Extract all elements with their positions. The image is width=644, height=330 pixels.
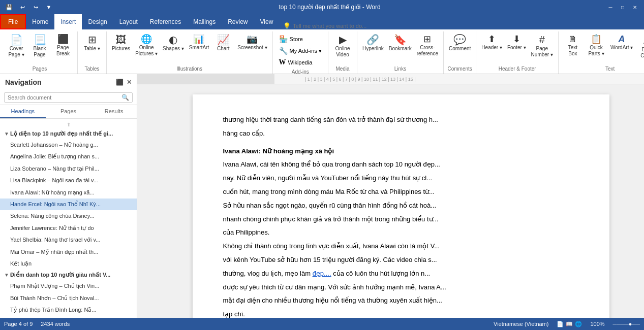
blank-page-button[interactable]: 📃 BlankPage — [28, 34, 51, 59]
print-layout-icon[interactable]: 📄 — [557, 321, 564, 327]
close-button[interactable]: ✕ — [630, 2, 640, 12]
undo-button[interactable]: ↩ — [17, 2, 27, 12]
tab-mailings[interactable]: Mailings — [187, 14, 222, 29]
illustrations-group-label: Illustrations — [110, 65, 269, 74]
ribbon-group-pages: 📄 CoverPage ▾ 📃 BlankPage ⬛ PageBreak Pa… — [2, 31, 78, 74]
quick-parts-button[interactable]: 📋 QuickParts ▾ — [585, 34, 607, 58]
header-button[interactable]: ⬆ Header ▾ — [479, 34, 504, 52]
search-input[interactable] — [8, 94, 119, 101]
nav-item-pham-nhat-vuong[interactable]: Phạm Nhật Vượng – Chủ tịch Vin... — [0, 280, 137, 292]
tab-view[interactable]: View — [254, 14, 280, 29]
comment-button[interactable]: 💬 Comment — [447, 34, 473, 53]
nav-item-selena[interactable]: Selena: Nàng công chúa Disney... — [0, 210, 137, 222]
smartart-button[interactable]: 📊 SmartArt — [187, 34, 211, 52]
tab-review[interactable]: Review — [222, 14, 254, 29]
save-button[interactable]: 💾 — [4, 2, 14, 12]
tab-design[interactable]: Design — [82, 14, 113, 29]
bookmark-icon: 🔖 — [394, 35, 407, 45]
navigation-pane: Navigation ⬛ ✕ 🔍 Headings Pages Results … — [0, 74, 137, 318]
table-button[interactable]: ⊞ Table ▾ — [81, 34, 103, 53]
online-video-button[interactable]: ▶ OnlineVideo — [331, 34, 354, 59]
maximize-button[interactable]: □ — [618, 2, 628, 12]
chart-button[interactable]: 📈 Chart — [212, 34, 234, 53]
text-box-icon: 🗎 — [568, 35, 577, 44]
nav-item-maomar[interactable]: Mai Omar – Mỹ nhân đẹp nhất th... — [0, 246, 137, 258]
nav-item-jennifer[interactable]: Jennifer Lawrence: Nữ thần tự do — [0, 222, 137, 234]
search-box[interactable]: 🔍 — [4, 92, 133, 103]
search-icon: 🔍 — [121, 94, 129, 101]
minimize-button[interactable]: ─ — [605, 2, 616, 12]
nav-item-hande[interactable]: Hande Ercel: Ngôi sao Thổ Nhĩ Kỳ... — [0, 199, 137, 210]
tell-me-bar[interactable]: 💡 — [279, 22, 388, 29]
cover-page-button[interactable]: 📄 CoverPage ▾ — [5, 34, 27, 59]
navigation-tabs: Headings Pages Results — [0, 105, 137, 119]
nav-item-scarlett[interactable]: Scarlett Johansson – Nữ hoàng g... — [0, 139, 137, 151]
header-footer-group-label: Header & Footer — [479, 65, 555, 74]
read-mode-icon[interactable]: 📖 — [566, 321, 573, 327]
nav-item-angelina[interactable]: Angelina Jolie: Biểu tượng nhan s... — [0, 151, 137, 162]
store-icon: 🏪 — [279, 35, 288, 43]
text-group-label: Text — [562, 65, 644, 74]
tab-pages[interactable]: Pages — [46, 105, 91, 118]
nav-item-tran-dinh-long[interactable]: Tỷ phú thép Trần Đình Long: Nằ... — [0, 304, 137, 316]
page-break-button[interactable]: ⬛ PageBreak — [52, 34, 74, 58]
comments-group-label: Comments — [447, 65, 473, 74]
nav-section-1[interactable]: ▼ Lộ diện top 10 người đẹp nhất thế gi..… — [0, 128, 137, 139]
nav-item-liza[interactable]: Liza Soberano – Nàng thơ tại Phil... — [0, 163, 137, 175]
tab-file[interactable]: File — [0, 14, 26, 29]
pictures-button[interactable]: 🖼 Pictures — [110, 34, 132, 53]
store-button[interactable]: 🏪 Store — [276, 34, 306, 45]
footer-button[interactable]: ⬇ Footer ▾ — [505, 34, 528, 52]
tab-references[interactable]: References — [144, 14, 187, 29]
doc-para-ivana-7: Không chỉ thành công trong lĩnh vực diễn… — [223, 241, 579, 252]
drop-cap-button[interactable]: A DropCap ▾ — [636, 34, 644, 60]
zoom-level: 100% — [590, 321, 604, 327]
customize-button[interactable]: ▼ — [44, 2, 54, 12]
navigation-title: Navigation — [5, 78, 42, 86]
header-label: Header ▾ — [481, 45, 502, 51]
ribbon-group-addins: 🏪 Store 🔧 My Add-ins ▾ W Wikipedia Add-i… — [273, 31, 328, 74]
link-dep[interactable]: đẹp.... — [313, 270, 331, 277]
tab-insert[interactable]: Insert — [54, 14, 82, 29]
wordart-button[interactable]: A WordArt ▾ — [608, 34, 635, 52]
quick-access-toolbar: 💾 ↩ ↪ ▼ — [4, 2, 54, 12]
wikipedia-button[interactable]: W Wikipedia — [276, 57, 316, 68]
blank-page-label: BlankPage — [33, 46, 46, 58]
doc-para-ivana-9: thường, vlog du lịch, mẹo làm đẹp.... củ… — [223, 269, 579, 279]
nav-item-yael[interactable]: Yael Shelbia: Nàng thơ Israel với v... — [0, 234, 137, 246]
addins-group-items: 🏪 Store 🔧 My Add-ins ▾ W Wikipedia — [276, 31, 325, 68]
page-number-button[interactable]: # PageNumber ▾ — [529, 34, 555, 59]
document-page[interactable]: thương hiệu thời trang danh tiếng sân đó… — [193, 94, 609, 318]
page-info: Page 4 of 9 — [4, 321, 33, 327]
web-layout-icon[interactable]: 🌐 — [575, 321, 582, 327]
tab-home[interactable]: Home — [26, 14, 54, 29]
bookmark-button[interactable]: 🔖 Bookmark — [387, 34, 414, 53]
nav-section-2[interactable]: ▼ Điểm danh top 10 người giàu nhất V... — [0, 270, 137, 280]
cross-reference-button[interactable]: ⊞ Cross-reference — [415, 34, 440, 58]
nav-item-ivana[interactable]: Ivana Alawi: Nữ hoàng mạng xã... — [0, 187, 137, 199]
drop-cap-label: DropCap ▾ — [640, 47, 644, 59]
tell-me-input[interactable] — [293, 23, 384, 29]
tab-layout[interactable]: Layout — [113, 14, 144, 29]
nav-item-lisa[interactable]: Lisa Blackpink – Ngôi sao đa tài v... — [0, 175, 137, 186]
section2-label: Điểm danh top 10 người giàu nhất V... — [10, 272, 111, 278]
online-pictures-label: OnlinePictures ▾ — [135, 45, 158, 57]
navigation-expand-button[interactable]: ⬛ — [116, 79, 124, 86]
my-addins-button[interactable]: 🔧 My Add-ins ▾ — [276, 45, 325, 56]
text-box-button[interactable]: 🗎 TextBox — [562, 34, 584, 58]
navigation-close-button[interactable]: ✕ — [127, 79, 132, 86]
tab-results[interactable]: Results — [91, 105, 137, 118]
tab-headings[interactable]: Headings — [0, 105, 46, 118]
redo-button[interactable]: ↪ — [30, 2, 41, 12]
doc-para-ivana-2: nay. Nữ diễn viên, người mẫu và YouTuber… — [223, 173, 579, 184]
screenshot-button[interactable]: 📷 Screenshot ▾ — [235, 34, 269, 52]
header-footer-group-items: ⬆ Header ▾ ⬇ Footer ▾ # PageNumber ▾ — [479, 31, 555, 65]
online-pictures-button[interactable]: 🌐 OnlinePictures ▾ — [133, 34, 160, 58]
zoom-slider[interactable]: ────●── — [613, 321, 640, 327]
shapes-button[interactable]: ◐ Shapes ▾ — [161, 34, 186, 53]
word-count: 2434 words — [41, 321, 70, 327]
doc-para-1: thương hiệu thời trang danh tiếng sân đó… — [223, 115, 579, 125]
nav-item-bui-thanh-nhon[interactable]: Bùi Thành Nhơn – Chủ tịch Noval... — [0, 292, 137, 304]
hyperlink-button[interactable]: 🔗 Hyperlink — [360, 34, 386, 53]
nav-item-ketluan[interactable]: Kết luận — [0, 258, 137, 270]
